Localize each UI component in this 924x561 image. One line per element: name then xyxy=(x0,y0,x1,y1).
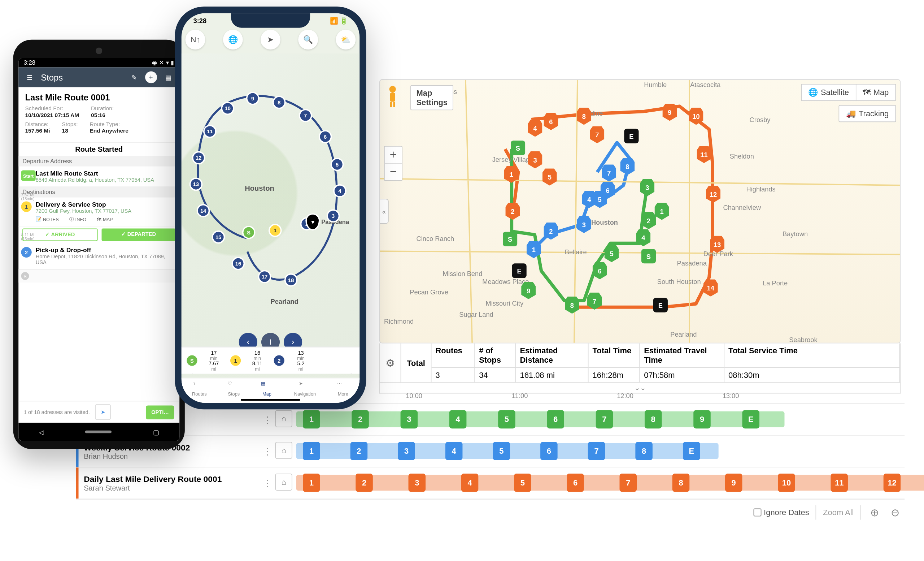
satellite-toggle[interactable]: 🌐Satellite xyxy=(802,84,856,101)
route-title[interactable]: Daily Last Mile Delivery Route 0001 xyxy=(84,474,261,484)
timeline-stop[interactable]: 11 xyxy=(831,474,848,492)
home-icon[interactable]: ⌂ xyxy=(275,410,292,427)
map-marker[interactable]: 6 xyxy=(320,131,331,142)
timeline-stop[interactable]: 9 xyxy=(725,474,742,492)
timeline-stop[interactable]: 3 xyxy=(400,410,418,429)
map-marker[interactable]: 17 xyxy=(259,271,270,282)
row-menu-button[interactable]: ⋮ xyxy=(261,478,274,489)
timeline-stop[interactable]: 5 xyxy=(498,410,515,429)
info-button[interactable]: ⓘ INFO xyxy=(69,216,86,223)
timeline-stop[interactable]: 2 xyxy=(351,410,369,429)
optimize-button[interactable]: OPTI… xyxy=(146,405,174,419)
gear-icon[interactable]: ⚙ xyxy=(380,343,401,382)
timeline-stop[interactable]: 7 xyxy=(596,410,613,429)
route-strip[interactable] xyxy=(296,475,924,490)
timeline-stop[interactable]: 8 xyxy=(635,442,652,460)
timeline-stop[interactable]: 4 xyxy=(449,410,467,429)
scroll-pin[interactable]: 1 xyxy=(230,355,241,365)
map-marker-end[interactable]: E xyxy=(512,263,526,278)
map-marker[interactable]: 14 xyxy=(198,206,208,216)
tab-stops[interactable]: ♡Stops xyxy=(228,381,240,396)
stop-scroll[interactable]: S17min7.67mi116min8.11mi213min5.2mi xyxy=(182,347,360,374)
timeline-stop[interactable]: 1 xyxy=(303,442,320,460)
home-indicator[interactable] xyxy=(241,399,300,401)
timeline-stop[interactable]: 5 xyxy=(514,474,531,492)
timeline-stop[interactable]: 10 xyxy=(778,474,795,492)
scroll-pin[interactable]: 2 xyxy=(274,355,284,365)
map-marker[interactable]: 16 xyxy=(233,258,243,269)
pegman-icon[interactable] xyxy=(384,84,401,109)
stop-2[interactable]: 2 Pick-up & Drop-off Home Depot, 11820 D… xyxy=(18,243,179,269)
notes-button[interactable]: 📝 NOTES xyxy=(36,216,59,223)
home-button[interactable] xyxy=(86,430,112,433)
scrubber-handle[interactable]: S xyxy=(21,272,29,280)
timeline-stop[interactable]: 8 xyxy=(645,410,662,429)
timeline-stop[interactable]: 2 xyxy=(356,474,373,492)
timeline-stop[interactable]: 6 xyxy=(547,410,564,429)
departed-button[interactable]: ✓ DEPARTED xyxy=(102,228,176,241)
timeline-stop[interactable]: 7 xyxy=(588,442,605,460)
timeline-stop[interactable]: 4 xyxy=(446,442,463,460)
stop-1[interactable]: 1 Delivery & Service Stop 7200 Gulf Fwy,… xyxy=(18,198,179,227)
map-marker[interactable]: 9 xyxy=(248,93,258,104)
timeline-stop[interactable]: 3 xyxy=(398,442,415,460)
map-marker[interactable]: 18 xyxy=(286,275,296,285)
timeline-stop[interactable]: 3 xyxy=(409,474,426,492)
tab-map[interactable]: ▦Map xyxy=(261,381,273,396)
home-icon[interactable]: ⌂ xyxy=(275,474,292,491)
timeline-stop[interactable]: 5 xyxy=(493,442,510,460)
route-strip[interactable] xyxy=(296,411,784,427)
add-icon[interactable]: ＋ xyxy=(145,71,157,83)
map-marker-start[interactable]: S xyxy=(641,249,656,263)
tracking-toggle[interactable]: 🚚Tracking xyxy=(840,105,896,121)
edit-icon[interactable]: ✎ xyxy=(128,71,140,83)
zoom-out-button[interactable]: − xyxy=(385,164,402,180)
map-marker[interactable]: 11 xyxy=(205,126,215,137)
zoom-in-icon[interactable]: ⊕ xyxy=(868,506,881,519)
tab-more[interactable]: ⋯More xyxy=(337,381,349,396)
map-marker-end[interactable]: E xyxy=(624,129,639,143)
map-marker-end[interactable]: E xyxy=(653,298,668,312)
timeline-stop[interactable]: 2 xyxy=(351,442,368,460)
map-marker[interactable]: 1 xyxy=(270,225,280,236)
recent-button[interactable]: ▢ xyxy=(153,428,159,435)
locate-me-button[interactable]: ➤ xyxy=(95,404,111,420)
timeline-stop[interactable]: E xyxy=(683,442,700,460)
timeline-stop[interactable]: 6 xyxy=(567,474,584,492)
map-marker[interactable]: 5 xyxy=(332,159,342,170)
map-marker[interactable]: 12 xyxy=(194,152,204,163)
menu-icon[interactable]: ☰ xyxy=(24,71,36,83)
stop-start[interactable]: Start Last Mile Route Start 8549 Almeda … xyxy=(18,167,179,187)
row-menu-button[interactable]: ⋮ xyxy=(261,414,274,425)
scroll-pin[interactable]: S xyxy=(187,355,197,365)
timeline-stop[interactable]: 9 xyxy=(693,410,711,429)
weather-icon[interactable]: ⛅ xyxy=(336,30,356,50)
map-viewport[interactable]: Humble Atascocita Cypress Crosby Sheldon… xyxy=(380,79,900,343)
map-marker[interactable]: 7 xyxy=(300,110,311,121)
timeline-stop[interactable]: 1 xyxy=(303,474,320,492)
home-icon[interactable]: ⌂ xyxy=(275,442,292,459)
globe-icon[interactable]: 🌐 xyxy=(223,30,243,50)
map-toggle[interactable]: 🗺Map xyxy=(856,84,895,101)
map-marker[interactable]: 13 xyxy=(190,179,201,189)
tab-routes[interactable]: ⟟Routes xyxy=(192,381,207,396)
timeline-stop[interactable]: 6 xyxy=(540,442,558,460)
timeline-stop[interactable]: 12 xyxy=(884,474,901,492)
timeline-stop[interactable]: 4 xyxy=(461,474,478,492)
ignore-dates-checkbox[interactable]: Ignore Dates xyxy=(753,508,809,517)
timeline-stop[interactable]: 8 xyxy=(672,474,690,492)
map-icon[interactable]: ▦ xyxy=(162,71,174,83)
panel-collapse-button[interactable]: « xyxy=(380,199,389,224)
map-marker-start[interactable]: S xyxy=(503,232,517,247)
map-marker[interactable]: 4 xyxy=(334,186,345,196)
row-menu-button[interactable]: ⋮ xyxy=(261,446,274,457)
map-marker[interactable]: 10 xyxy=(222,103,233,113)
map-marker[interactable]: S xyxy=(244,227,254,238)
zoom-in-button[interactable]: + xyxy=(385,147,402,164)
back-button[interactable]: ◁ xyxy=(39,428,44,435)
map-settings-button[interactable]: Map Settings xyxy=(410,85,453,110)
compass-icon[interactable]: N↑ xyxy=(186,30,206,50)
zoom-all-button[interactable]: Zoom All xyxy=(816,505,861,519)
tab-navigation[interactable]: ➤Navigation xyxy=(294,381,316,396)
search-icon[interactable]: 🔍 xyxy=(298,30,318,50)
